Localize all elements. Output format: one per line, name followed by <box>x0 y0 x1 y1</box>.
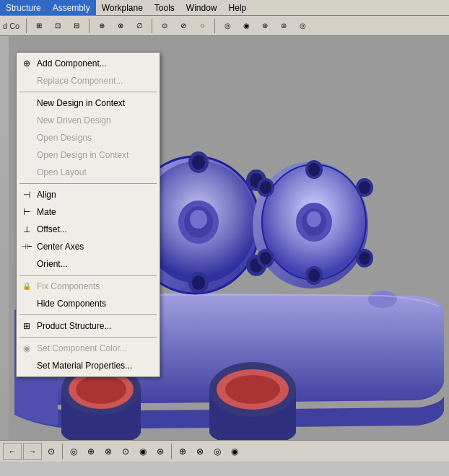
menu-structure[interactable]: Structure <box>0 0 47 15</box>
svg-point-51 <box>260 181 271 194</box>
toolbar-btn-5[interactable]: ⊗ <box>112 18 129 34</box>
align-icon: ⊣ <box>19 188 34 201</box>
menu-item-new-design-context[interactable]: New Design in Context <box>17 94 160 112</box>
svg-point-47 <box>308 269 320 282</box>
menu-item-orient[interactable]: Orient... <box>17 255 160 273</box>
svg-point-23 <box>192 155 205 169</box>
svg-point-39 <box>307 211 321 227</box>
menubar: Structure Assembly Workplane Tools Windo… <box>0 0 449 16</box>
menu-item-replace-component: Replace Component... <box>17 72 160 89</box>
toolbar-btn-3[interactable]: ⊟ <box>68 18 85 34</box>
menu-item-set-component-color: ◉ Set Component Color... <box>17 340 160 357</box>
toolbar-btn-2[interactable]: ⊡ <box>49 18 66 34</box>
svg-point-41 <box>308 163 320 176</box>
toolbar-btn-7[interactable]: ⊙ <box>156 18 173 34</box>
svg-point-45 <box>359 252 370 265</box>
taskbar-back-btn[interactable]: ← <box>3 443 22 460</box>
menu-item-open-layout: Open Layout <box>17 164 160 181</box>
menu-item-mate[interactable]: ⊢ Mate <box>17 203 160 221</box>
svg-point-9 <box>225 375 280 404</box>
taskbar-icon-6[interactable]: ⊛ <box>152 444 168 459</box>
toolbar-btn-9[interactable]: ○ <box>193 18 211 34</box>
taskbar-icon-10[interactable]: ◉ <box>227 444 243 459</box>
toolbar-sep-3 <box>152 19 152 33</box>
toolbar-btn-14[interactable]: ◎ <box>294 18 311 34</box>
menu-help[interactable]: Help <box>223 0 253 15</box>
mate-icon: ⊢ <box>19 206 34 219</box>
toolbar-btn-6[interactable]: ∅ <box>131 18 148 34</box>
menu-sep-1 <box>19 92 157 92</box>
menu-sep-3 <box>19 275 157 276</box>
taskbar: ← → ⊙ ◎ ⊕ ⊗ ⊙ ◉ ⊛ ⊕ ⊗ ◎ ◉ <box>0 440 449 462</box>
menu-item-product-structure[interactable]: ⊞ Product Structure... <box>17 317 160 335</box>
svg-point-5 <box>76 375 126 404</box>
color-icon: ◉ <box>19 342 34 355</box>
add-component-icon: ⊕ <box>19 57 34 70</box>
svg-point-49 <box>260 252 271 265</box>
assembly-dropdown-menu: ⊕ Add Component... Replace Component... … <box>16 52 160 377</box>
menu-item-align[interactable]: ⊣ Align <box>17 186 160 203</box>
toolbar-btn-8[interactable]: ⊘ <box>175 18 192 34</box>
menu-item-hide-components[interactable]: Hide Components <box>17 295 160 312</box>
taskbar-icon-5[interactable]: ◉ <box>135 444 151 459</box>
lock-icon: 🔒 <box>19 280 34 293</box>
menu-sep-4 <box>19 314 157 315</box>
taskbar-icon-4[interactable]: ⊙ <box>118 444 134 459</box>
main-viewport: ⊕ Add Component... Replace Component... … <box>0 36 449 462</box>
svg-point-11 <box>368 291 397 308</box>
center-axes-icon: ⊣⊢ <box>19 240 34 253</box>
menu-item-open-design-context: Open Design in Context <box>17 146 160 164</box>
menu-window[interactable]: Window <box>180 0 223 15</box>
taskbar-icon-2[interactable]: ⊕ <box>83 444 99 459</box>
taskbar-icon-1[interactable]: ◎ <box>66 444 82 459</box>
taskbar-icon-7[interactable]: ⊕ <box>175 444 191 459</box>
taskbar-icon-8[interactable]: ⊗ <box>192 444 208 459</box>
taskbar-home-icon[interactable]: ⊙ <box>43 444 59 459</box>
toolbar-btn-4[interactable]: ⊕ <box>93 18 110 34</box>
svg-point-29 <box>192 276 205 290</box>
toolbar-sep-4 <box>214 19 215 33</box>
svg-point-21 <box>190 210 207 229</box>
toolbar-sep-1 <box>26 19 27 33</box>
menu-item-set-material-properties[interactable]: Set Material Properties... <box>17 357 160 374</box>
menu-item-center-axes[interactable]: ⊣⊢ Center Axes <box>17 238 160 255</box>
menu-item-open-designs: Open Designs <box>17 129 160 146</box>
menu-item-offset[interactable]: ⊥ Offset... <box>17 221 160 238</box>
taskbar-icon-9[interactable]: ◎ <box>209 444 225 459</box>
toolbar-btn-11[interactable]: ◉ <box>237 18 255 34</box>
menu-sep-5 <box>19 337 157 338</box>
menu-tools[interactable]: Tools <box>149 0 180 15</box>
toolbar: d Co ⊞ ⊡ ⊟ ⊕ ⊗ ∅ ⊙ ⊘ ○ ◎ ◉ ⊛ ⊜ ◎ <box>0 16 449 36</box>
toolbar-btn-10[interactable]: ◎ <box>219 18 236 34</box>
menu-item-add-component[interactable]: ⊕ Add Component... <box>17 55 160 72</box>
toolbar-btn-1[interactable]: ⊞ <box>30 18 48 34</box>
taskbar-icon-3[interactable]: ⊗ <box>100 444 116 459</box>
menu-item-fix-components: 🔒 Fix Components <box>17 278 160 295</box>
product-structure-icon: ⊞ <box>19 319 34 332</box>
svg-point-43 <box>359 181 370 194</box>
offset-icon: ⊥ <box>19 223 34 236</box>
taskbar-forward-btn[interactable]: → <box>23 443 42 460</box>
menu-sep-2 <box>19 183 157 184</box>
taskbar-sep-2 <box>171 444 172 459</box>
menu-workplane[interactable]: Workplane <box>96 0 149 15</box>
toolbar-btn-12[interactable]: ⊛ <box>256 18 274 34</box>
toolbar-sep-2 <box>89 19 90 33</box>
toolbar-label: d Co <box>3 22 19 30</box>
taskbar-sep-1 <box>62 444 63 459</box>
toolbar-btn-13[interactable]: ⊜ <box>275 18 292 34</box>
menu-item-new-driven-design: New Driven Design <box>17 112 160 129</box>
menu-assembly[interactable]: Assembly <box>47 0 96 15</box>
